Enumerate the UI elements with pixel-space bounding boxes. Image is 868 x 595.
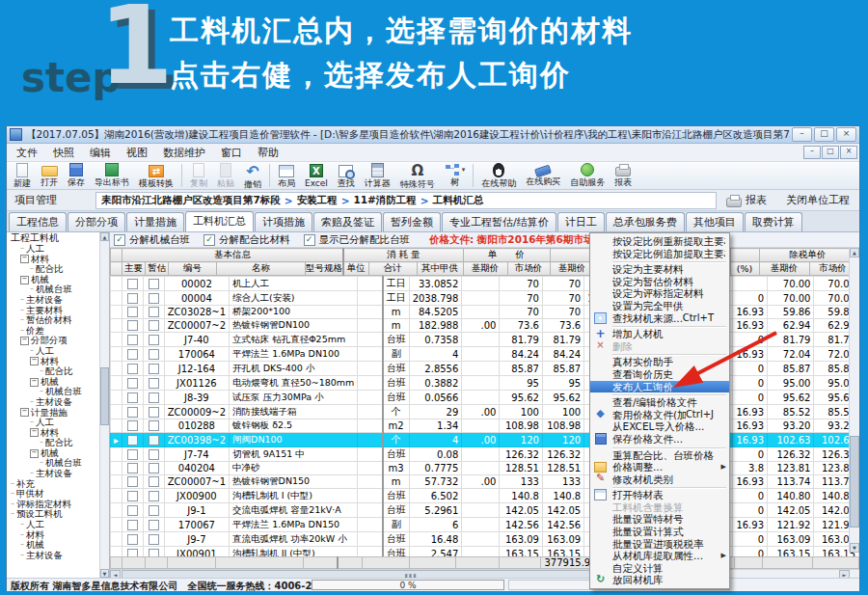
row-checkbox-tentative[interactable] (149, 520, 159, 530)
table-row[interactable]: 170064平焊法兰 1.6MPa DN100副484.2484.24336.9… (111, 347, 859, 362)
tab-索赔及签证[interactable]: 索赔及签证 (313, 212, 382, 231)
report-button[interactable]: 报表 (726, 193, 767, 207)
row-checkbox-main[interactable] (127, 435, 138, 446)
column-header-编号[interactable]: 编号 (169, 262, 217, 276)
toolbar-button-特殊符号[interactable]: Ω特殊符号 (395, 162, 440, 189)
checkbox-显示已分解配比台班[interactable]: ✓ (304, 234, 315, 246)
toolbar-button-模板转换[interactable]: ⇄模板转换 (134, 162, 178, 189)
menu-帮助[interactable]: 帮助 (250, 145, 286, 161)
column-header-基期价[interactable]: 基期价 (759, 262, 809, 276)
tree-item-主材设备[interactable]: –主材设备 (7, 397, 100, 408)
tree-scrollbar[interactable]: ▲ ▼ (99, 232, 109, 578)
context-menu-item-按设定比例追加提取主要材料[interactable]: 按设定比例追加提取主要材料 (590, 248, 729, 260)
toolbar-button-保存[interactable]: 保存 (63, 162, 90, 189)
row-checkbox-tentative[interactable] (149, 476, 159, 487)
row-checkbox-tentative[interactable] (149, 293, 159, 304)
close-unit-project-button[interactable]: 关闭单位工程 (786, 193, 850, 207)
context-menu-item-批量设置进项税税率[interactable]: 批量设置进项税税率 (590, 538, 729, 551)
row-checkbox-main[interactable] (127, 476, 138, 487)
collapse-icon[interactable]: − (20, 255, 29, 263)
table-row[interactable]: ZC03028~1桥架200*100m84.520570705916.4416.… (111, 306, 859, 319)
tree-item-人工[interactable]: –人工 (7, 244, 100, 255)
row-checkbox-tentative[interactable] (149, 335, 159, 345)
row-checkbox-main[interactable] (127, 392, 138, 403)
row-checkbox-main[interactable] (127, 378, 138, 389)
tree-item-人工[interactable]: –人工 (7, 520, 100, 530)
row-checkbox-main[interactable] (127, 407, 138, 418)
toolbar-button-计算器[interactable]: 计算器 (360, 162, 395, 189)
collapse-icon[interactable]: − (20, 408, 29, 417)
row-checkbox-tentative[interactable] (149, 392, 159, 403)
menu-快照[interactable]: 快照 (45, 145, 82, 161)
tree-item-人工[interactable]: –人工 (7, 346, 100, 357)
toolbar-button-导出标书[interactable]: 导出标书 (90, 162, 134, 189)
tab-分部分项[interactable]: 分部分项 (68, 212, 125, 231)
context-menu-item-自定义计算[interactable]: 自定义计算 (590, 562, 729, 575)
column-header-暂估[interactable]: 暂估 (146, 262, 169, 276)
menu-文件[interactable]: 文件 (9, 145, 45, 161)
row-checkbox-tentative[interactable] (149, 378, 159, 389)
column-header-名称[interactable]: 名称 (217, 262, 306, 276)
context-menu-item-批量设置计算式[interactable]: 批量设置计算式 (590, 526, 729, 538)
context-menu-item-价格调整...[interactable]: 价格调整...▶ (590, 461, 729, 473)
v-scroll-thumb[interactable] (850, 436, 859, 527)
tree-item-主材设备[interactable]: –主材设备 (7, 295, 100, 306)
table-row[interactable]: ZC00007~2热镀锌钢管DN100m182.988.0073.673.613… (111, 319, 859, 333)
context-menu-item-真材实价助手[interactable]: 真材实价助手 (590, 356, 729, 368)
table-row[interactable]: J7-74切管机 9A151 中台班0.08126.32126.3210.110… (111, 447, 859, 462)
context-menu-item-设定为暂估价材料[interactable]: 设定为暂估价材料 (590, 276, 729, 288)
table-row[interactable]: 00004综合人工(安装)工日2038.7987070142715.91070.… (111, 291, 859, 306)
table-row[interactable]: J9-7直流电弧焊机 功率20kW 小台班16.48163.09163.0926… (111, 532, 859, 547)
table-row[interactable]: 010288镀锌钢板 δ2.5m21.34108.98108.98146.031… (111, 419, 859, 433)
row-checkbox-tentative[interactable] (149, 549, 159, 557)
menu-数据维护[interactable]: 数据维护 (155, 145, 213, 161)
row-checkbox-main[interactable] (127, 307, 138, 317)
column-header-blank[interactable] (111, 262, 122, 276)
row-checkbox-main[interactable] (127, 335, 138, 345)
toolbar-button-报表[interactable]: 报表 (610, 162, 637, 189)
tree-scroll-up-icon[interactable]: ▲ (100, 232, 109, 241)
row-checkbox-main[interactable] (127, 491, 138, 501)
context-menu-item-打开特材表[interactable]: 打开特材表 (590, 489, 729, 501)
row-checkbox-main[interactable] (127, 420, 138, 431)
project-manager-label[interactable]: 项目管理 (7, 193, 95, 207)
menu-编辑[interactable]: 编辑 (82, 145, 119, 161)
toolbar-button-自助服务[interactable]: 自助服务 (565, 162, 610, 189)
row-checkbox-main[interactable] (127, 549, 138, 557)
toolbar-button-Excel[interactable]: XExcel (300, 162, 333, 189)
row-checkbox-main[interactable] (127, 293, 138, 304)
toolbar-button-查找[interactable]: 查找 (333, 162, 360, 189)
table-row[interactable]: JX00900沟槽轧制机 I (中型)台班6.502140.8140.8915.… (111, 489, 859, 503)
row-checkbox-tentative[interactable] (149, 420, 159, 431)
toolbar-button-在线帮助[interactable]: 在线帮助 (476, 162, 521, 189)
table-row[interactable]: J12-164开孔机 DKS-400 小台班2.855685.8785.8724… (111, 362, 859, 376)
toolbar-button-树[interactable]: ▾树 (440, 162, 471, 189)
breadcrumb-segment[interactable]: 安装工程 (297, 194, 338, 207)
table-row[interactable]: ZC00007~1热镀锌钢管DN150m57.732.001331337678.… (111, 475, 859, 489)
row-checkbox-tentative[interactable] (149, 279, 159, 289)
vertical-scrollbar[interactable]: ▲ ▼ (849, 248, 859, 553)
column-header-主要[interactable]: 主要 (122, 262, 146, 276)
context-menu-item-套用价格文件(加权计算)[interactable]: ◆套用价格文件(加权计算)Ctrl+J (590, 409, 729, 421)
table-row[interactable]: 040204中净砂m30.7775128.51128.5199.913.8123… (111, 462, 859, 475)
close-icon[interactable]: × (836, 127, 856, 142)
context-menu-item-从EXCEL导入价格...[interactable]: 从EXCEL导入价格... (590, 420, 729, 433)
collapse-icon[interactable]: − (30, 357, 39, 365)
column-header-型号规格[interactable]: 型号规格 (306, 262, 344, 276)
row-checkbox-main[interactable] (127, 505, 138, 516)
tab-计项措施[interactable]: 计项措施 (255, 212, 312, 231)
menu-窗口[interactable]: 窗口 (213, 145, 250, 161)
row-checkbox-main[interactable] (127, 364, 138, 374)
context-menu-item-放回材机库[interactable]: ↻放回材机库 (590, 574, 729, 586)
tab-暂列金额[interactable]: 暂列金额 (383, 212, 441, 231)
tab-计量措施[interactable]: 计量措施 (126, 212, 184, 231)
row-checkbox-tentative[interactable] (149, 364, 159, 374)
breadcrumb-segment[interactable]: 11#消防工程 (353, 194, 416, 207)
row-checkbox-tentative[interactable] (149, 320, 159, 331)
toolbar-button-布局[interactable]: 布局 (273, 162, 300, 189)
table-row[interactable]: J8-39试压泵 压力30MPa 小台班0.056695.6295.625.41… (111, 391, 859, 405)
tab-取费计算[interactable]: 取费计算 (745, 212, 802, 231)
row-checkbox-tentative[interactable] (149, 349, 159, 360)
horizontal-scrollbar[interactable]: ◄ ▮▮▮ ► (110, 569, 859, 578)
toolbar-button-新建[interactable]: 新建 (9, 162, 36, 189)
